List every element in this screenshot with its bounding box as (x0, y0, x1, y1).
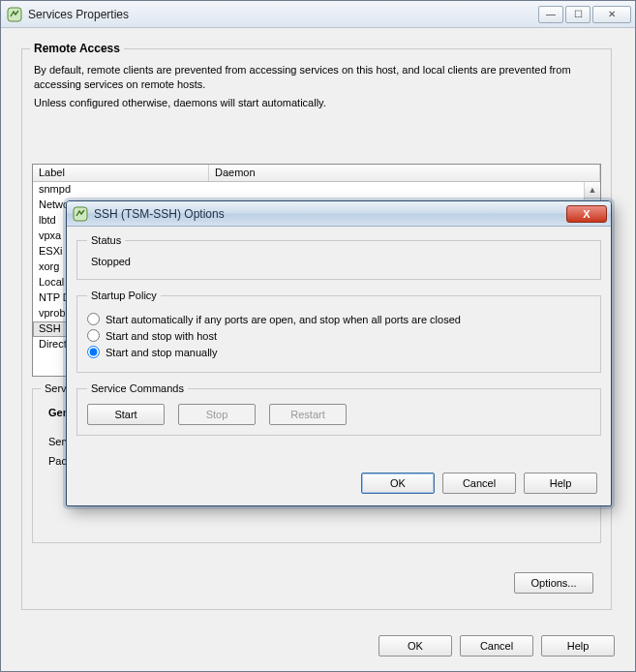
vmware-icon (7, 7, 22, 22)
ssh-help-button[interactable]: Help (524, 473, 597, 494)
remote-access-title: Remote Access (30, 42, 124, 55)
outer-client-area: Remote Access By default, remote clients… (2, 29, 634, 670)
remote-access-description: By default, remote clients are prevented… (34, 63, 599, 114)
status-group: Status Stopped (76, 234, 601, 280)
outer-cancel-button[interactable]: Cancel (460, 635, 533, 657)
table-row[interactable]: snmpd (33, 182, 600, 198)
status-legend: Status (87, 234, 125, 246)
startup-host-radio[interactable] (87, 329, 100, 342)
vmware-icon (73, 206, 88, 222)
service-commands-legend: Service Commands (87, 382, 188, 394)
outer-help-button[interactable]: Help (541, 635, 615, 657)
startup-auto-label: Start automatically if any ports are ope… (106, 314, 461, 325)
startup-manual-option[interactable]: Start and stop manually (87, 346, 591, 358)
ssh-options-body: Status Stopped Startup Policy Start auto… (76, 234, 601, 463)
desc-line-2: Unless configured otherwise, daemons wil… (34, 96, 599, 110)
ssh-options-title: SSH (TSM-SSH) Options (94, 207, 560, 221)
services-table-header: Label Daemon (33, 165, 600, 182)
column-daemon[interactable]: Daemon (209, 165, 600, 181)
maximize-button[interactable]: ☐ (565, 6, 591, 23)
startup-policy-legend: Startup Policy (87, 290, 161, 301)
startup-auto-radio[interactable] (87, 313, 100, 325)
desc-line-1: By default, remote clients are prevented… (34, 63, 599, 92)
stop-button[interactable]: Stop (178, 404, 256, 425)
outer-window-controls: — ☐ ✕ (538, 6, 631, 23)
outer-dialog-buttons: OK Cancel Help (379, 635, 615, 657)
column-label[interactable]: Label (33, 165, 209, 181)
startup-host-option[interactable]: Start and stop with host (87, 329, 591, 342)
services-properties-window: Services Properties — ☐ ✕ Remote Access … (0, 0, 636, 672)
close-button[interactable]: ✕ (592, 6, 631, 23)
ssh-options-titlebar[interactable]: SSH (TSM-SSH) Options X (67, 201, 611, 227)
ssh-options-buttons: OK Cancel Help (361, 473, 597, 494)
start-button[interactable]: Start (87, 404, 165, 425)
options-button[interactable]: Options... (514, 572, 593, 594)
outer-window-title: Services Properties (28, 8, 532, 21)
restart-button[interactable]: Restart (269, 404, 347, 425)
minimize-button[interactable]: — (538, 6, 563, 23)
ssh-cancel-button[interactable]: Cancel (442, 473, 516, 494)
scroll-up-icon[interactable]: ▲ (585, 182, 600, 199)
outer-titlebar[interactable]: Services Properties — ☐ ✕ (1, 1, 635, 28)
ssh-ok-button[interactable]: OK (361, 473, 435, 494)
ssh-options-dialog: SSH (TSM-SSH) Options X Status Stopped S… (66, 200, 612, 506)
startup-manual-label: Start and stop manually (106, 347, 218, 358)
outer-ok-button[interactable]: OK (379, 635, 452, 657)
startup-auto-option[interactable]: Start automatically if any ports are ope… (87, 313, 591, 325)
startup-manual-radio[interactable] (87, 346, 100, 358)
ssh-options-close-button[interactable]: X (566, 205, 607, 223)
svg-rect-0 (8, 8, 21, 21)
startup-policy-group: Startup Policy Start automatically if an… (76, 290, 601, 373)
startup-host-label: Start and stop with host (106, 330, 217, 342)
status-value: Stopped (87, 254, 591, 269)
service-commands-group: Service Commands Start Stop Restart (76, 382, 601, 436)
svg-rect-1 (74, 207, 87, 221)
